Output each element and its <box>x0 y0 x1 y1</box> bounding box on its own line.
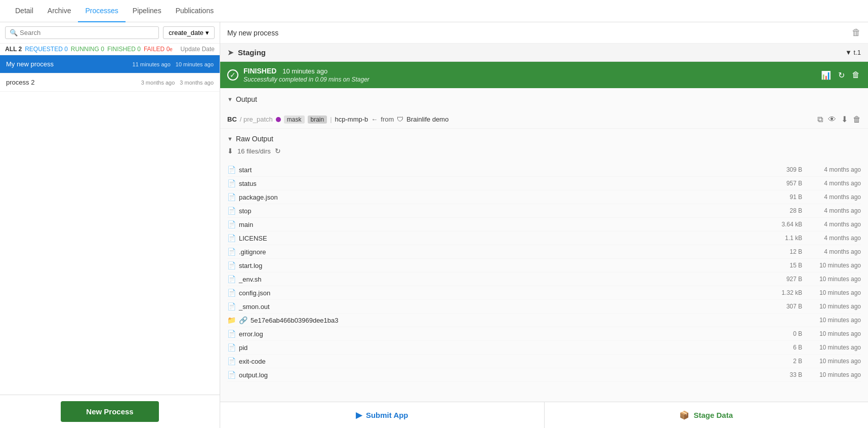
file-name: output.log <box>239 371 764 379</box>
tab-publications[interactable]: Publications <box>169 0 221 22</box>
file-item[interactable]: 📄 output.log 33 B 10 minutes ago <box>227 368 861 382</box>
file-item[interactable]: 📄 exit-code 2 B 10 minutes ago <box>227 355 861 368</box>
file-icon: 📄 <box>227 302 236 310</box>
task-chart-button[interactable]: 📊 <box>820 69 832 81</box>
file-item[interactable]: 📄 start.log 15 B 10 minutes ago <box>227 259 861 273</box>
process-title-input[interactable] <box>227 29 848 37</box>
bc-source-label: Brainlife demo <box>406 115 448 123</box>
file-item[interactable]: 📄 _env.sh 927 B 10 minutes ago <box>227 273 861 286</box>
bc-download-button[interactable]: ⬇ <box>841 114 848 124</box>
staging-title: Staging <box>238 48 266 57</box>
file-item[interactable]: 📄 _smon.out 307 B 10 minutes ago <box>227 300 861 314</box>
file-name: LICENSE <box>239 235 764 242</box>
filter-tab-finished[interactable]: FINISHED 0 <box>107 46 141 53</box>
process-item[interactable]: process 2 3 months ago3 months ago <box>0 73 220 92</box>
file-date: 10 minutes ago <box>805 262 861 269</box>
file-icon: 📄 <box>227 330 236 338</box>
file-item[interactable]: 📄 error.log 0 B 10 minutes ago <box>227 327 861 341</box>
filter-button[interactable]: create_date ▾ <box>163 26 215 39</box>
file-size: 2 B <box>767 358 802 365</box>
file-name: status <box>239 180 764 187</box>
file-icon: 📄 <box>227 261 236 269</box>
task-subtitle: Successfully completed in 0.09 mins on S… <box>243 76 815 83</box>
output-label: Output <box>236 95 257 103</box>
file-icon: 📄 <box>227 371 236 379</box>
file-date: 10 minutes ago <box>805 303 861 310</box>
file-date: 4 months ago <box>805 221 861 228</box>
submit-app-button[interactable]: ▶ Submit App <box>220 402 545 428</box>
submit-app-label: Submit App <box>366 411 408 419</box>
refresh-files-button[interactable]: ↻ <box>275 147 281 155</box>
tab-pipelines[interactable]: Pipelines <box>126 0 169 22</box>
file-name: 5e17e6ab466b03969dee1ba3 <box>251 317 764 324</box>
bc-path: / pre_patch <box>240 115 273 123</box>
file-item[interactable]: 📄 start 309 B 4 months ago <box>227 163 861 177</box>
file-size: 15 B <box>767 262 802 269</box>
search-input[interactable] <box>20 29 154 36</box>
folder-link-icon: 🔗 <box>239 316 247 324</box>
title-delete-button[interactable]: 🗑 <box>852 27 861 38</box>
file-icon: 📄 <box>227 234 236 242</box>
task-status-bar: ✓ FINISHED 10 minutes ago Successfully c… <box>220 62 868 88</box>
task-delete-button[interactable]: 🗑 <box>851 69 861 81</box>
file-item[interactable]: 📄 LICENSE 1.1 kB 4 months ago <box>227 231 861 245</box>
bc-trash-button[interactable]: 🗑 <box>853 115 861 124</box>
file-date: 4 months ago <box>805 235 861 242</box>
file-date: 4 months ago <box>805 193 861 201</box>
filter-tab-requested[interactable]: REQUESTED 0 <box>25 46 68 53</box>
file-size: 28 B <box>767 207 802 214</box>
task-refresh-button[interactable]: ↻ <box>837 69 846 81</box>
file-item[interactable]: 📄 main 3.64 kB 4 months ago <box>227 218 861 231</box>
file-item[interactable]: 📄 stop 28 B 4 months ago <box>227 204 861 218</box>
file-size: 1.1 kB <box>767 235 802 242</box>
file-name: .gitignore <box>239 248 764 256</box>
file-icon: 📄 <box>227 193 236 201</box>
filter-tab-running[interactable]: RUNNING 0 <box>71 46 104 53</box>
bc-eye-button[interactable]: 👁 <box>828 115 836 124</box>
raw-output-chevron-icon: ▼ <box>227 136 233 142</box>
bc-bold-label: BC <box>227 115 237 123</box>
file-item[interactable]: 📄 config.json 1.32 kB 10 minutes ago <box>227 286 861 300</box>
bc-copy-button[interactable]: ⧉ <box>817 115 823 124</box>
output-toggle[interactable]: ▼ Output <box>227 93 861 105</box>
file-date: 4 months ago <box>805 207 861 214</box>
files-row: ⬇ 16 files/dirs ↻ <box>227 145 861 159</box>
file-size: 0 B <box>767 330 802 337</box>
file-item[interactable]: 📄 pid 6 B 10 minutes ago <box>227 341 861 355</box>
filter-tab-all[interactable]: ALL 2 <box>5 46 22 53</box>
file-name: main <box>239 221 764 228</box>
bc-arrow-left-icon: ← <box>371 115 378 123</box>
update-date-button[interactable]: Update Date <box>181 46 215 53</box>
task-check-icon: ✓ <box>227 69 238 81</box>
folder-icon: 📁 <box>227 316 236 324</box>
file-item[interactable]: 📄 .gitignore 12 B 4 months ago <box>227 245 861 259</box>
process-item[interactable]: My new process 11 minutes ago10 minutes … <box>0 55 220 73</box>
search-box[interactable]: 🔍 <box>5 26 159 39</box>
filter-tab-failed[interactable]: FAILED 0e <box>144 46 173 53</box>
file-name: start.log <box>239 262 764 269</box>
file-date: 10 minutes ago <box>805 371 861 378</box>
tab-processes[interactable]: Processes <box>78 0 125 22</box>
tab-detail[interactable]: Detail <box>8 0 40 22</box>
staging-version[interactable]: ▼ t.1 <box>845 49 861 56</box>
file-size: 91 B <box>767 193 802 201</box>
bottom-bar: ▶ Submit App 📦 Stage Data <box>220 402 868 428</box>
file-item[interactable]: 📄 status 957 B 4 months ago <box>227 177 861 190</box>
file-name: exit-code <box>239 358 764 365</box>
stage-data-button[interactable]: 📦 Stage Data <box>545 402 869 428</box>
search-icon: 🔍 <box>10 29 18 36</box>
file-name: _env.sh <box>239 276 764 283</box>
bc-tag-mask[interactable]: mask <box>284 115 305 124</box>
bc-from-label: from <box>381 115 394 123</box>
chevron-down-icon: ▾ <box>205 29 209 36</box>
file-icon: 📄 <box>227 343 236 352</box>
new-process-button[interactable]: New Process <box>61 401 158 422</box>
right-panel: 🗑 ➤ Staging ▼ t.1 ✓ FINISHED 10 minutes … <box>220 22 868 428</box>
file-size: 957 B <box>767 180 802 187</box>
raw-output-toggle[interactable]: ▼ Raw Output <box>227 133 861 145</box>
file-item[interactable]: 📁🔗 5e17e6ab466b03969dee1ba3 10 minutes a… <box>227 314 861 327</box>
process-item-dates: 3 months ago3 months ago <box>141 80 214 86</box>
bc-tag-brain[interactable]: brain <box>308 115 327 124</box>
tab-archive[interactable]: Archive <box>40 0 78 22</box>
file-item[interactable]: 📄 package.json 91 B 4 months ago <box>227 190 861 204</box>
